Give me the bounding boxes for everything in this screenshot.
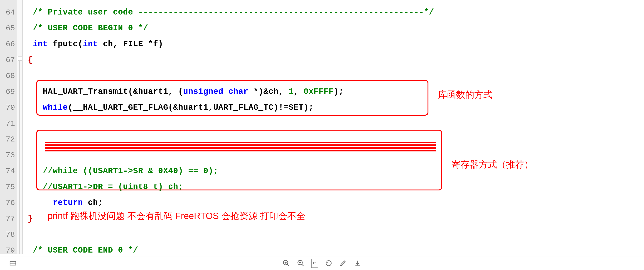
one-to-one-icon[interactable]: 1:1 (311, 259, 318, 268)
fold-toggle-minus-icon[interactable]: − (18, 56, 22, 61)
line-number: 77 (0, 211, 17, 227)
line-number: 70 (0, 100, 17, 116)
fold-guide-line (20, 58, 20, 254)
toolbar-center: 1:1 (282, 259, 362, 268)
line-number: 74 (0, 163, 17, 179)
line-number-gutter: 64656667686970717273747576777879 (0, 0, 17, 254)
line-number: 78 (0, 227, 17, 243)
edit-icon[interactable] (340, 259, 347, 267)
annotation-box-library (36, 80, 428, 116)
line-number: 64 (0, 4, 17, 20)
editor-window: — □ ✕ 64656667686970717273747576777879 −… (0, 0, 644, 270)
rotate-icon[interactable] (325, 259, 333, 267)
bottom-toolbar: 1:1 (0, 256, 644, 270)
code-area[interactable]: /* Private user code -------------------… (23, 0, 644, 254)
code-line-71 (23, 116, 644, 131)
zoom-out-icon[interactable] (297, 259, 304, 267)
line-number: 67 (0, 52, 17, 68)
annotation-library-text: 库函数的方式 (438, 88, 492, 101)
line-number: 76 (0, 195, 17, 211)
annotation-box-register (36, 130, 442, 190)
code-line-67: { (23, 52, 644, 68)
svg-line-7 (302, 264, 304, 266)
code-line-64: /* Private user code -------------------… (23, 4, 644, 20)
annotation-register-text: 寄存器方式（推荐） (452, 156, 533, 172)
line-number: 72 (0, 131, 17, 147)
line-number: 71 (0, 116, 17, 131)
download-icon[interactable] (354, 259, 362, 267)
line-number: 73 (0, 147, 17, 163)
svg-line-3 (287, 264, 289, 266)
line-number: 75 (0, 179, 17, 195)
code-line-76: return ch; (23, 195, 644, 211)
annotation-strikethrough (46, 142, 436, 146)
code-editor[interactable]: 64656667686970717273747576777879 − /* Pr… (0, 0, 644, 254)
zoom-in-icon[interactable] (282, 259, 290, 267)
annotation-printf-text: printf 跑裸机没问题 不会有乱码 FreeRTOS 会抢资源 打印会不全 (48, 210, 306, 222)
line-number: 68 (0, 68, 17, 84)
line-number: 65 (0, 20, 17, 36)
line-number: 66 (0, 36, 17, 52)
panel-icon[interactable] (9, 259, 17, 267)
line-number: 69 (0, 84, 17, 100)
code-line-78 (23, 227, 644, 243)
annotation-strikethrough-2 (46, 147, 436, 151)
code-line-66: int fputc(int ch, FILE *f) (23, 36, 644, 52)
fold-column: − (17, 0, 23, 254)
code-line-65: /* USER CODE BEGIN 0 */ (23, 20, 644, 36)
svg-rect-0 (10, 262, 16, 265)
